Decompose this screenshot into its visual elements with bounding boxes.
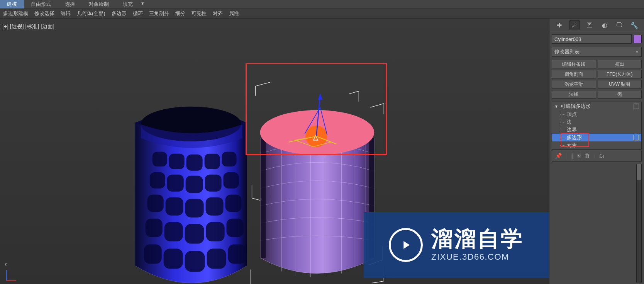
svg-rect-43 — [207, 249, 226, 269]
ribbon-item-modifysel[interactable]: 修改选择 — [31, 9, 58, 18]
svg-rect-24 — [222, 152, 237, 167]
svg-rect-30 — [147, 195, 164, 212]
object-cylinder003: △ — [260, 94, 375, 277]
remove-modifier-icon[interactable]: 🗑 — [585, 153, 590, 159]
svg-rect-44 — [228, 245, 246, 264]
object-color-swatch[interactable] — [633, 35, 642, 43]
svg-rect-20 — [153, 152, 167, 167]
svg-rect-10 — [261, 138, 266, 258]
tab-motion-icon[interactable]: ◐ — [600, 20, 609, 30]
subobj-border[interactable]: 边界 — [552, 126, 641, 134]
collapse-triangle-icon: ▼ — [554, 104, 558, 109]
svg-rect-36 — [164, 222, 183, 241]
show-end-result-icon[interactable]: ∥ — [571, 153, 574, 159]
ribbon-item-loop[interactable]: 循环 — [130, 9, 146, 18]
modifier-stack-toolbar: 📌 | ∥ ⎘ 🗑 | 🗂 — [552, 150, 642, 162]
rollout-area[interactable] — [552, 164, 642, 282]
ribbon-dropdown-icon[interactable]: ▾ — [141, 0, 149, 8]
svg-rect-22 — [186, 155, 203, 171]
svg-rect-37 — [185, 224, 204, 244]
tab-utilities-icon[interactable]: 🔧 — [630, 20, 639, 30]
svg-rect-21 — [169, 154, 185, 169]
modifier-stack[interactable]: ▼ 可编辑多边形 顶点 边 边界 多边形 元素 — [552, 102, 642, 150]
svg-rect-39 — [227, 219, 244, 237]
ribbon-tab-freeform[interactable]: 自由形式 — [24, 0, 58, 9]
tab-display-icon[interactable]: 🖵 — [615, 20, 624, 30]
svg-rect-32 — [185, 199, 204, 218]
btn-extrude[interactable]: 挤出 — [598, 60, 642, 68]
viewport-axis-tripod: z — [5, 265, 20, 281]
command-panel-tabs: ✚ ☄ 🞖 ◐ 🖵 🔧 — [549, 19, 644, 32]
svg-rect-40 — [144, 245, 162, 264]
ribbon-panel-bar: 多边形建模 修改选择 编辑 几何体(全部) 多边形 循环 三角剖分 细分 可见性… — [0, 9, 644, 19]
command-panel: ✚ ☄ 🞖 ◐ 🖵 🔧 修改器列表 ▼ 编辑样条线 挤出 倒角剖面 FFD(长方… — [549, 19, 644, 284]
ribbon-item-align[interactable]: 对齐 — [210, 9, 226, 18]
btn-shell[interactable]: 壳 — [598, 90, 642, 99]
btn-turbosmooth[interactable]: 涡轮平滑 — [552, 80, 596, 88]
ribbon-item-subdiv[interactable]: 细分 — [172, 9, 188, 18]
make-unique-icon[interactable]: ⎘ — [578, 153, 581, 159]
subobj-element[interactable]: 元素 — [552, 141, 641, 149]
svg-rect-33 — [206, 197, 224, 216]
svg-rect-42 — [185, 251, 205, 272]
tab-modify-icon[interactable]: ☄ — [569, 20, 580, 30]
svg-rect-31 — [166, 197, 183, 216]
svg-rect-26 — [167, 175, 184, 192]
modifier-list-dropdown[interactable]: 修改器列表 ▼ — [552, 47, 642, 57]
ribbon-item-props[interactable]: 属性 — [226, 9, 242, 18]
svg-rect-27 — [186, 176, 203, 193]
svg-rect-25 — [150, 172, 165, 189]
chevron-down-icon: ▼ — [635, 50, 639, 54]
modifier-stack-header[interactable]: ▼ 可编辑多边形 — [552, 102, 641, 111]
modifier-visibility-toggle[interactable] — [634, 104, 639, 109]
pin-stack-icon[interactable]: 📌 — [555, 153, 562, 159]
ribbon-item-visibility[interactable]: 可见性 — [188, 9, 210, 18]
btn-ffd-box[interactable]: FFD(长方体) — [598, 70, 642, 78]
subobj-edge[interactable]: 边 — [552, 118, 641, 126]
svg-rect-38 — [206, 222, 225, 241]
svg-rect-41 — [164, 249, 183, 269]
svg-rect-34 — [225, 195, 242, 212]
ribbon-item-tri[interactable]: 三角剖分 — [146, 9, 172, 18]
svg-rect-29 — [224, 172, 239, 189]
svg-rect-28 — [205, 175, 222, 192]
ribbon-tab-populate[interactable]: 填充 — [116, 0, 140, 9]
axis-label-z: z — [5, 262, 7, 266]
scrollbar[interactable] — [636, 164, 642, 282]
btn-normal[interactable]: 法线 — [552, 90, 596, 99]
subobj-vertex[interactable]: 顶点 — [552, 111, 641, 118]
ribbon-item-edit[interactable]: 编辑 — [58, 9, 74, 18]
scrollbar-thumb[interactable] — [637, 164, 641, 180]
object-name-input[interactable] — [552, 34, 632, 44]
btn-bevel-profile[interactable]: 倒角剖面 — [552, 70, 596, 78]
svg-marker-16 — [318, 94, 322, 100]
ribbon-tab-bar: 建模 自由形式 选择 对象绘制 填充 ▾ — [0, 0, 644, 9]
svg-rect-11 — [369, 138, 374, 258]
ribbon-item-polymodel[interactable]: 多边形建模 — [0, 9, 31, 18]
configure-sets-icon[interactable]: 🗂 — [599, 153, 604, 159]
viewport-scene: △ — [0, 19, 549, 284]
ribbon-item-geometry[interactable]: 几何体(全部) — [74, 9, 108, 18]
ribbon-tab-selection[interactable]: 选择 — [58, 0, 82, 9]
btn-edit-spline[interactable]: 编辑样条线 — [552, 60, 596, 68]
object-cylinder-left — [135, 107, 247, 283]
svg-rect-35 — [146, 219, 163, 237]
svg-rect-23 — [205, 154, 220, 169]
modifier-name-label: 可编辑多边形 — [561, 103, 591, 110]
subobj-polygon[interactable]: 多边形 — [552, 134, 641, 141]
ribbon-tab-modeling[interactable]: 建模 — [0, 0, 24, 9]
modifier-list-label: 修改器列表 — [554, 48, 580, 55]
tab-hierarchy-icon[interactable]: 🞖 — [585, 20, 594, 30]
viewport-perspective[interactable]: [+] [透视] [标准] [边面] — [0, 19, 549, 284]
modifier-quick-buttons: 编辑样条线 挤出 倒角剖面 FFD(长方体) 涡轮平滑 UVW 贴图 法线 壳 — [552, 60, 642, 99]
btn-uvw-map[interactable]: UVW 贴图 — [598, 80, 642, 88]
ribbon-tab-objectpaint[interactable]: 对象绘制 — [82, 0, 116, 9]
tab-create-icon[interactable]: ✚ — [554, 20, 564, 30]
ribbon-item-polygon[interactable]: 多边形 — [108, 9, 130, 18]
subobj-polygon-eye[interactable] — [634, 135, 639, 140]
